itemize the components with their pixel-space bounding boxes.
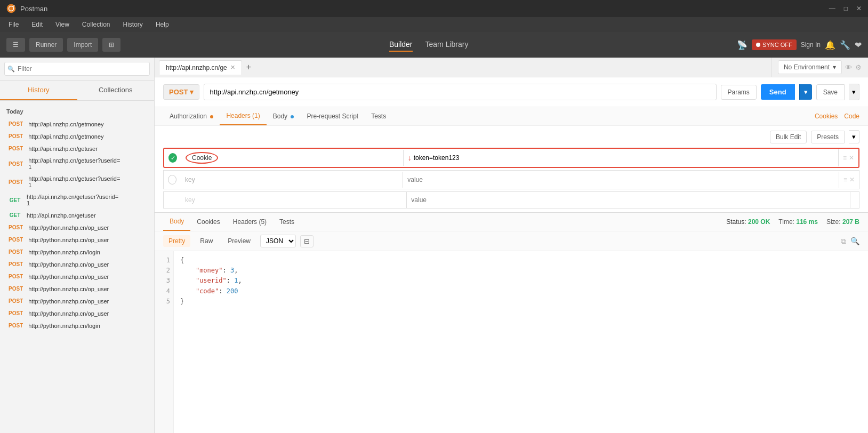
cookies-link-btn[interactable]: Cookies: [815, 113, 838, 120]
bulk-edit-btn[interactable]: Bulk Edit: [770, 131, 807, 143]
header-check-1[interactable]: ✓: [164, 149, 181, 167]
bulk-presets-bar: Bulk Edit Presets ▾: [155, 126, 868, 148]
menu-history[interactable]: History: [121, 20, 145, 29]
bell-icon[interactable]: 🔔: [825, 40, 835, 50]
menu-help[interactable]: Help: [154, 20, 171, 29]
save-btn[interactable]: Save: [816, 84, 845, 100]
delete-header-1-btn[interactable]: ✕: [849, 154, 854, 162]
sub-tab-body[interactable]: Body: [267, 108, 301, 125]
list-item[interactable]: POST http://python.nnzhp.cn/login: [0, 246, 154, 258]
response-format-bar: Pretty Raw Preview JSON ⊟ ⧉ 🔍: [155, 231, 868, 251]
format-select[interactable]: JSON: [260, 235, 296, 247]
response-tab-tests[interactable]: Tests: [273, 213, 301, 230]
sync-label: SYNC OFF: [762, 42, 792, 48]
sidebar-toggle-btn[interactable]: ☰: [6, 38, 25, 52]
tab-collections[interactable]: Collections: [77, 81, 155, 100]
filter-search-icon: 🔍: [7, 66, 15, 73]
menu-edit[interactable]: Edit: [29, 20, 45, 29]
sync-btn[interactable]: SYNC OFF: [752, 39, 797, 50]
history-url: http://python.nnzhp.cn/op_user: [28, 310, 109, 317]
method-badge: POST: [6, 121, 25, 127]
list-item[interactable]: POST http://python.nnzhp.cn/op_user: [0, 295, 154, 307]
line-num: 3: [158, 276, 170, 286]
time-label: Time: 116 ms: [778, 218, 818, 226]
send-dropdown-btn[interactable]: ▾: [799, 84, 812, 100]
sub-tab-authorization[interactable]: Authorization: [163, 108, 220, 125]
sign-in-btn[interactable]: Sign In: [801, 41, 821, 49]
header-check-2[interactable]: [164, 171, 181, 189]
list-item[interactable]: POST http://python.nnzhp.cn/op_user: [0, 258, 154, 270]
list-item[interactable]: POST http://api.nnzhp.cn/getuser?userid=…: [0, 173, 154, 191]
menu-file[interactable]: File: [6, 20, 21, 29]
close-btn[interactable]: ✕: [856, 5, 862, 12]
tab-team-library[interactable]: Team Library: [425, 38, 469, 52]
tab-builder[interactable]: Builder: [389, 38, 413, 52]
toolbar-right: 📡 SYNC OFF Sign In 🔔 🔧 ❤: [737, 39, 862, 50]
history-url: http://api.nnzhp.cn/getuser?userid=1: [28, 175, 120, 188]
tab-history[interactable]: History: [0, 81, 77, 100]
new-tab-btn[interactable]: ⊞: [102, 38, 120, 52]
list-item[interactable]: POST http://python.nnzhp.cn/op_user: [0, 221, 154, 234]
cookie-label[interactable]: Cookie: [186, 152, 218, 164]
list-item[interactable]: POST http://python.nnzhp.cn/op_user: [0, 270, 154, 283]
response-search-btn[interactable]: 🔍: [850, 237, 859, 245]
request-tab[interactable]: http://api.nnzhp.cn/ge ✕: [159, 60, 242, 75]
format-raw-btn[interactable]: Raw: [195, 235, 218, 247]
menu-collection[interactable]: Collection: [80, 20, 112, 29]
response-tab-headers[interactable]: Headers (5): [227, 213, 273, 230]
add-tab-btn[interactable]: +: [242, 62, 255, 72]
params-btn[interactable]: Params: [721, 85, 757, 100]
wrench-icon[interactable]: 🔧: [840, 40, 850, 50]
history-url: http://python.nnzhp.cn/login: [28, 323, 100, 329]
method-badge: POST: [6, 224, 25, 231]
response-copy-btn[interactable]: ⧉: [841, 237, 846, 246]
response-tab-cookies[interactable]: Cookies: [190, 213, 226, 230]
sub-tab-pre-request[interactable]: Pre-request Script: [300, 108, 365, 125]
list-item[interactable]: POST http://api.nnzhp.cn/getmoney: [0, 130, 154, 142]
sub-tab-headers[interactable]: Headers (1): [220, 107, 266, 125]
header-value-input-1[interactable]: [414, 154, 834, 162]
presets-btn[interactable]: Presets: [811, 131, 845, 143]
env-eye-btn[interactable]: 👁: [845, 63, 852, 71]
list-item[interactable]: POST http://api.nnzhp.cn/getuser: [0, 142, 154, 155]
header-value-input-3[interactable]: [411, 196, 846, 204]
method-selector[interactable]: POST ▾: [163, 84, 199, 100]
format-preview-btn[interactable]: Preview: [222, 235, 256, 247]
list-item[interactable]: POST http://python.nnzhp.cn/op_user: [0, 307, 154, 319]
import-btn[interactable]: Import: [67, 38, 98, 52]
env-gear-btn[interactable]: ⚙: [855, 63, 862, 71]
list-item[interactable]: GET http://api.nnzhp.cn/getuser: [0, 209, 154, 221]
heart-icon[interactable]: ❤: [855, 40, 862, 50]
env-dropdown[interactable]: No Environment ▾: [778, 60, 842, 74]
method-badge: POST: [6, 236, 25, 243]
header-key-3: key: [181, 192, 407, 208]
save-dropdown-btn[interactable]: ▾: [849, 84, 859, 100]
runner-btn[interactable]: Runner: [29, 38, 63, 52]
list-item[interactable]: POST http://api.nnzhp.cn/getuser?userid=…: [0, 155, 154, 173]
list-item[interactable]: POST http://python.nnzhp.cn/op_user: [0, 234, 154, 246]
tab-close-btn[interactable]: ✕: [230, 64, 235, 71]
presets-dropdown-btn[interactable]: ▾: [849, 130, 859, 143]
menu-view[interactable]: View: [53, 20, 71, 29]
header-actions-3: [850, 198, 859, 202]
list-item[interactable]: POST http://api.nnzhp.cn/getmoney: [0, 118, 154, 130]
method-badge: GET: [6, 197, 23, 204]
code-link-btn[interactable]: Code: [844, 113, 859, 120]
filter-input[interactable]: [4, 62, 150, 76]
minimize-btn[interactable]: —: [829, 5, 835, 12]
header-value-input-2[interactable]: [407, 176, 834, 183]
response-tab-body[interactable]: Body: [163, 213, 190, 231]
format-pretty-btn[interactable]: Pretty: [163, 235, 190, 247]
format-icon-btn[interactable]: ⊟: [300, 235, 314, 247]
list-item[interactable]: POST http://python.nnzhp.cn/login: [0, 319, 154, 332]
tests-label: Tests: [371, 113, 386, 120]
sub-tab-tests[interactable]: Tests: [365, 108, 392, 125]
url-input[interactable]: [204, 84, 716, 100]
send-btn[interactable]: Send: [761, 84, 795, 100]
list-item[interactable]: GET http://api.nnzhp.cn/getuser?userid=1: [0, 191, 154, 209]
delete-header-2-btn[interactable]: ✕: [849, 176, 855, 183]
header-row: ✓ Cookie ↓ ≡ ✕: [163, 148, 859, 168]
header-check-3: [164, 196, 181, 204]
maximize-btn[interactable]: □: [844, 5, 848, 12]
list-item[interactable]: POST http://python.nnzhp.cn/op_user: [0, 283, 154, 295]
